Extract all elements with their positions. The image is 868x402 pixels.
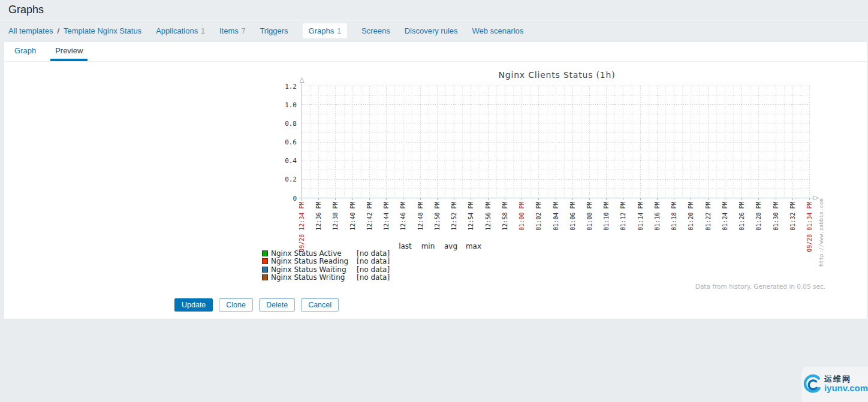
svg-text:Data from history. Generated i: Data from history. Generated in 0.05 sec…	[695, 283, 825, 290]
nginx-clients-status-graph-image: 09/28 12:34 PM12:36 PM12:38 PM12:40 PM12…	[254, 66, 841, 295]
breadcrumb-template-nginx-status[interactable]: Template Nginx Status	[64, 26, 141, 35]
svg-text:12:52 PM: 12:52 PM	[451, 202, 457, 231]
svg-text:12:48 PM: 12:48 PM	[417, 202, 424, 231]
nav-item-web-scenarios[interactable]: Web scenarios	[472, 26, 524, 35]
svg-text:Nginx Status Active: Nginx Status Active	[271, 249, 342, 258]
svg-text:01:12 PM: 01:12 PM	[620, 202, 626, 231]
svg-text:0.4: 0.4	[285, 157, 297, 165]
iyunv-swirl-icon	[801, 372, 822, 397]
cancel-button[interactable]: Cancel	[301, 298, 339, 312]
svg-text:[no data]: [no data]	[357, 257, 390, 265]
svg-text:1.0: 1.0	[285, 101, 297, 109]
svg-text:Nginx Clients Status (1h): Nginx Clients Status (1h)	[499, 70, 616, 80]
content-card: Graph Preview 09/28 12:34 PM12:36 PM12:3…	[4, 42, 867, 319]
iyunv-cn-text: 运维网	[824, 375, 868, 383]
graphs-count: 1	[337, 27, 341, 35]
svg-text:09/28 12:34 PM: 09/28 12:34 PM	[299, 202, 305, 252]
tab-graph[interactable]: Graph	[10, 42, 41, 61]
svg-text:01:28 PM: 01:28 PM	[755, 202, 762, 231]
svg-text:0.6: 0.6	[285, 138, 297, 146]
svg-text:12:44 PM: 12:44 PM	[383, 202, 390, 231]
svg-text:01:00 PM: 01:00 PM	[519, 202, 525, 231]
svg-text:01:06 PM: 01:06 PM	[569, 202, 576, 231]
svg-text:01:18 PM: 01:18 PM	[671, 202, 677, 231]
svg-text:01:24 PM: 01:24 PM	[722, 202, 728, 231]
tab-preview[interactable]: Preview	[50, 42, 88, 61]
svg-text:0.8: 0.8	[285, 120, 297, 128]
svg-text:12:50 PM: 12:50 PM	[434, 202, 441, 231]
iyunv-domain-text: iyunv.com	[824, 383, 868, 394]
svg-text:[no data]: [no data]	[357, 273, 390, 282]
svg-text:avg: avg	[444, 242, 457, 250]
svg-text:09/28 01:34 PM: 09/28 01:34 PM	[806, 202, 813, 252]
tab-bar: Graph Preview	[4, 42, 867, 62]
applications-count: 1	[201, 27, 205, 35]
nav-item-screens[interactable]: Screens	[361, 26, 390, 35]
svg-text:01:14 PM: 01:14 PM	[637, 202, 644, 231]
svg-text:01:32 PM: 01:32 PM	[789, 202, 796, 231]
svg-text:12:40 PM: 12:40 PM	[349, 202, 356, 231]
update-button[interactable]: Update	[174, 298, 213, 312]
svg-text:01:26 PM: 01:26 PM	[739, 202, 745, 231]
svg-text:Nginx Status Waiting: Nginx Status Waiting	[271, 265, 346, 274]
svg-text:12:46 PM: 12:46 PM	[400, 202, 406, 231]
svg-text:0: 0	[293, 195, 297, 202]
breadcrumb-nav-bar: All templates / Template Nginx Status Ap…	[0, 20, 868, 41]
nav-item-items[interactable]: Items7	[219, 26, 245, 35]
svg-text:01:02 PM: 01:02 PM	[535, 202, 542, 231]
svg-text:12:54 PM: 12:54 PM	[468, 202, 474, 231]
nav-item-triggers[interactable]: Triggers	[260, 26, 288, 35]
svg-text:12:38 PM: 12:38 PM	[332, 202, 339, 231]
svg-text:01:22 PM: 01:22 PM	[705, 202, 712, 231]
svg-text:Nginx Status Writing: Nginx Status Writing	[271, 273, 345, 282]
svg-text:01:08 PM: 01:08 PM	[586, 202, 593, 231]
svg-text:min: min	[421, 242, 435, 250]
svg-text:01:10 PM: 01:10 PM	[603, 202, 610, 231]
svg-text:01:16 PM: 01:16 PM	[654, 202, 661, 231]
svg-text:http://www.zabbix.com: http://www.zabbix.com	[818, 198, 824, 267]
page-title: Graphs	[8, 4, 44, 16]
svg-text:12:36 PM: 12:36 PM	[315, 202, 322, 231]
svg-text:0.2: 0.2	[285, 176, 297, 183]
nav-item-applications[interactable]: Applications1	[156, 26, 205, 35]
svg-text:max: max	[466, 242, 481, 250]
form-buttons: Update Clone Delete Cancel	[174, 298, 339, 312]
nav-item-discovery-rules[interactable]: Discovery rules	[405, 26, 458, 35]
svg-text:01:20 PM: 01:20 PM	[688, 202, 694, 231]
svg-text:01:04 PM: 01:04 PM	[553, 202, 559, 231]
svg-text:Nginx Status Reading: Nginx Status Reading	[271, 257, 348, 265]
breadcrumb-all-templates[interactable]: All templates	[8, 26, 53, 35]
svg-text:[no data]: [no data]	[357, 249, 390, 258]
breadcrumb-separator: /	[57, 26, 59, 35]
svg-text:[no data]: [no data]	[357, 265, 390, 274]
svg-text:1.2: 1.2	[285, 83, 297, 90]
nav-item-graphs-active[interactable]: Graphs1	[303, 23, 347, 38]
delete-button[interactable]: Delete	[259, 298, 295, 312]
svg-text:12:42 PM: 12:42 PM	[366, 202, 373, 231]
iyunv-watermark-logo: 运维网 iyunv.com	[801, 367, 868, 402]
clone-button[interactable]: Clone	[219, 298, 253, 312]
page-header: Graphs	[0, 0, 868, 20]
svg-text:last: last	[399, 242, 412, 250]
svg-text:01:30 PM: 01:30 PM	[773, 202, 779, 231]
svg-text:12:56 PM: 12:56 PM	[485, 202, 492, 231]
items-count: 7	[242, 27, 246, 35]
svg-text:12:58 PM: 12:58 PM	[502, 202, 508, 231]
graph-preview: 09/28 12:34 PM12:36 PM12:38 PM12:40 PM12…	[254, 66, 841, 295]
